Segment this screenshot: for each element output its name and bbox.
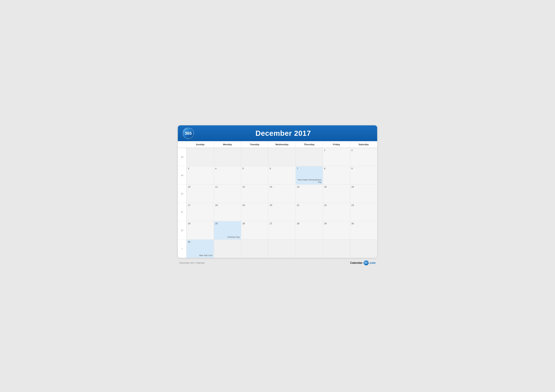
day-number: 2 — [351, 149, 376, 151]
day-header-thursday: Thursday — [296, 141, 323, 148]
day-cell[interactable] — [296, 240, 323, 258]
day-cell[interactable]: 12 — [241, 185, 268, 203]
day-cell[interactable] — [187, 148, 214, 166]
day-cell[interactable]: 10 — [187, 185, 214, 203]
week-number: 49 — [178, 166, 187, 185]
calendar-grid: 48124934567Pearl Harbor Remembrance Day8… — [178, 148, 377, 258]
day-number: 3 — [188, 167, 212, 170]
day-number: 10 — [188, 185, 212, 188]
day-cell[interactable]: 15 — [323, 185, 350, 203]
day-number: 23 — [351, 204, 376, 207]
footer-logo-post: .com — [369, 261, 376, 265]
day-cell[interactable]: 2 — [350, 148, 377, 166]
day-cell[interactable]: 1 — [323, 148, 350, 166]
day-cell[interactable]: 29 — [323, 221, 350, 239]
day-cell[interactable]: 14 — [296, 185, 323, 203]
day-cell[interactable] — [241, 240, 268, 258]
day-cell[interactable]: 18 — [214, 203, 241, 221]
week-number: 50 — [178, 185, 187, 203]
calendar-row: 4812 — [178, 148, 377, 166]
day-cell[interactable]: 13 — [268, 185, 295, 203]
day-cell[interactable]: 26 — [241, 221, 268, 239]
day-number: 18 — [215, 204, 240, 207]
day-number: 27 — [270, 222, 294, 225]
day-cell[interactable]: 7Pearl Harbor Remembrance Day — [296, 166, 323, 185]
day-cell[interactable]: 9 — [350, 166, 377, 185]
day-number: 13 — [270, 185, 294, 188]
day-number: 22 — [324, 204, 349, 207]
week-number: 1 — [178, 240, 187, 258]
day-header-wednesday: Wednesday — [268, 141, 295, 148]
day-cell[interactable]: 23 — [350, 203, 377, 221]
day-number: 4 — [215, 167, 240, 170]
day-cell[interactable]: 27 — [268, 221, 295, 239]
day-cell[interactable]: 4 — [214, 166, 241, 185]
day-number: 1 — [324, 149, 349, 151]
day-cell[interactable]: 16 — [350, 185, 377, 203]
day-number: 17 — [188, 204, 212, 207]
week-number: 48 — [178, 148, 187, 166]
day-number: 16 — [351, 185, 376, 188]
day-cell[interactable] — [241, 148, 268, 166]
day-cell[interactable] — [268, 148, 295, 166]
day-number: 11 — [215, 185, 240, 188]
day-number: 6 — [270, 167, 294, 170]
day-number: 21 — [297, 204, 321, 207]
day-cell[interactable]: 8 — [323, 166, 350, 185]
day-cell[interactable]: 30 — [350, 221, 377, 239]
calendar-title: December 2017 — [194, 129, 372, 137]
calendar-container: 365 December 2017 SundayMondayTuesdayWed… — [178, 125, 377, 258]
day-cell[interactable]: 28 — [296, 221, 323, 239]
calendar-row: 131New Year's Eve — [178, 239, 377, 258]
day-number: 28 — [297, 222, 321, 225]
day-number: 8 — [324, 167, 349, 170]
day-number: 29 — [324, 222, 349, 225]
day-cell[interactable]: 20 — [268, 203, 295, 221]
day-number: 25 — [215, 222, 240, 225]
day-cell[interactable]: 19 — [241, 203, 268, 221]
day-cell[interactable]: 25Christmas Day — [214, 221, 241, 239]
day-number: 19 — [242, 204, 267, 207]
calendar-body: SundayMondayTuesdayWednesdayThursdayFrid… — [178, 141, 377, 258]
day-cell[interactable]: 31New Year's Eve — [187, 240, 214, 258]
day-cell[interactable] — [296, 148, 323, 166]
day-number: 20 — [270, 204, 294, 207]
footer-logo-pre: Calendar- — [350, 261, 363, 265]
footer: December 2017 Calendar Calendar- 365 .co… — [178, 258, 377, 267]
day-number: 5 — [242, 167, 267, 170]
logo-circle: 365 — [183, 128, 194, 139]
day-cell[interactable]: 11 — [214, 185, 241, 203]
footer-caption: December 2017 Calendar — [179, 262, 205, 264]
day-cell[interactable]: 3 — [187, 166, 214, 185]
day-number: 30 — [351, 222, 376, 225]
day-header-sunday: Sunday — [187, 141, 214, 148]
day-cell[interactable] — [214, 240, 241, 258]
footer-logo: Calendar- 365 .com — [350, 260, 376, 265]
week-number: 51 — [178, 203, 187, 221]
day-cell[interactable]: 22 — [323, 203, 350, 221]
day-cell[interactable] — [323, 240, 350, 258]
day-cell[interactable]: 6 — [268, 166, 295, 185]
day-cell[interactable]: 21 — [296, 203, 323, 221]
day-cell[interactable] — [214, 148, 241, 166]
day-number: 7 — [297, 167, 321, 170]
day-number: 9 — [351, 167, 376, 170]
day-cell[interactable]: 17 — [187, 203, 214, 221]
calendar-row: 5010111213141516 — [178, 185, 377, 203]
week-num-header — [178, 141, 187, 148]
day-number: 26 — [242, 222, 267, 225]
day-number: 12 — [242, 185, 267, 188]
days-header: SundayMondayTuesdayWednesdayThursdayFrid… — [178, 141, 377, 148]
holiday-label: New Year's Eve — [199, 254, 212, 257]
calendar-row: 522425Christmas Day2627282930 — [178, 221, 377, 239]
day-number: 24 — [188, 222, 212, 225]
holiday-label: Pearl Harbor Remembrance Day — [296, 179, 321, 183]
day-cell[interactable]: 24 — [187, 221, 214, 239]
holiday-label: Christmas Day — [227, 236, 240, 238]
calendar-header: 365 December 2017 — [178, 125, 377, 141]
day-cell[interactable]: 5 — [241, 166, 268, 185]
day-header-tuesday: Tuesday — [241, 141, 268, 148]
calendar-row: 4934567Pearl Harbor Remembrance Day89 — [178, 166, 377, 185]
day-cell[interactable] — [350, 240, 377, 258]
day-cell[interactable] — [268, 240, 295, 258]
